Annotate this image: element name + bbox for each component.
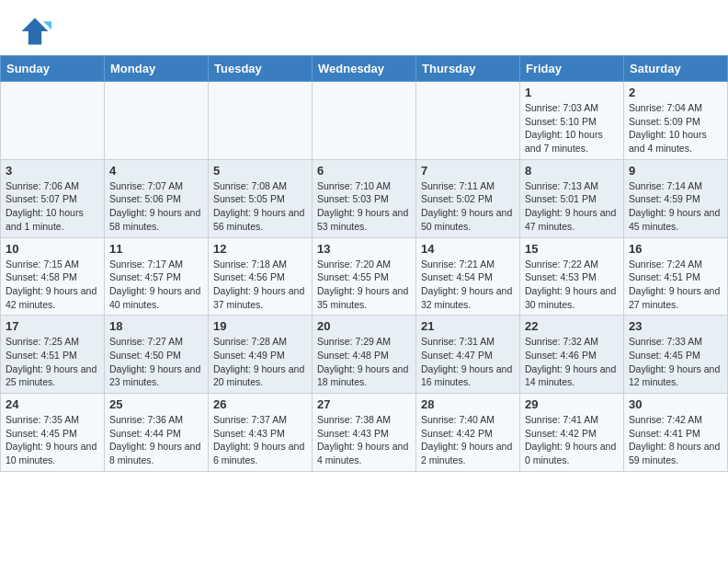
header-day-saturday: Saturday <box>624 56 728 82</box>
calendar-cell: 1Sunrise: 7:03 AM Sunset: 5:10 PM Daylig… <box>520 82 624 160</box>
day-number: 15 <box>525 242 619 256</box>
header-row: SundayMondayTuesdayWednesdayThursdayFrid… <box>1 56 728 82</box>
calendar-cell: 29Sunrise: 7:41 AM Sunset: 4:42 PM Dayli… <box>520 394 624 472</box>
header-day-sunday: Sunday <box>1 56 105 82</box>
page-header <box>0 0 728 55</box>
day-info: Sunrise: 7:38 AM Sunset: 4:43 PM Dayligh… <box>317 413 411 467</box>
calendar-cell: 11Sunrise: 7:17 AM Sunset: 4:57 PM Dayli… <box>105 237 209 316</box>
header-day-tuesday: Tuesday <box>209 56 313 82</box>
calendar-cell: 25Sunrise: 7:36 AM Sunset: 4:44 PM Dayli… <box>105 394 209 472</box>
week-row-2: 3Sunrise: 7:06 AM Sunset: 5:07 PM Daylig… <box>1 159 728 237</box>
day-info: Sunrise: 7:10 AM Sunset: 5:03 PM Dayligh… <box>317 179 411 234</box>
day-number: 24 <box>6 397 99 411</box>
day-info: Sunrise: 7:32 AM Sunset: 4:46 PM Dayligh… <box>525 335 619 389</box>
calendar-table: SundayMondayTuesdayWednesdayThursdayFrid… <box>0 55 728 472</box>
week-row-3: 10Sunrise: 7:15 AM Sunset: 4:58 PM Dayli… <box>1 237 728 316</box>
day-number: 17 <box>6 319 99 333</box>
calendar-cell: 17Sunrise: 7:25 AM Sunset: 4:51 PM Dayli… <box>1 316 105 394</box>
day-number: 25 <box>109 397 203 411</box>
day-number: 22 <box>525 319 619 333</box>
day-info: Sunrise: 7:28 AM Sunset: 4:49 PM Dayligh… <box>213 335 307 389</box>
calendar-cell: 5Sunrise: 7:08 AM Sunset: 5:05 PM Daylig… <box>209 159 313 237</box>
calendar-cell: 6Sunrise: 7:10 AM Sunset: 5:03 PM Daylig… <box>313 159 416 237</box>
day-number: 1 <box>525 86 619 99</box>
day-info: Sunrise: 7:14 AM Sunset: 4:59 PM Dayligh… <box>629 179 722 234</box>
day-number: 4 <box>109 164 203 178</box>
calendar-cell: 24Sunrise: 7:35 AM Sunset: 4:45 PM Dayli… <box>1 394 105 472</box>
day-info: Sunrise: 7:08 AM Sunset: 5:05 PM Dayligh… <box>213 179 307 234</box>
calendar-cell: 28Sunrise: 7:40 AM Sunset: 4:42 PM Dayli… <box>416 394 520 472</box>
day-number: 30 <box>629 397 722 411</box>
day-number: 29 <box>525 397 619 411</box>
calendar-cell: 18Sunrise: 7:27 AM Sunset: 4:50 PM Dayli… <box>105 316 209 394</box>
calendar-cell: 30Sunrise: 7:42 AM Sunset: 4:41 PM Dayli… <box>624 394 728 472</box>
calendar-cell: 15Sunrise: 7:22 AM Sunset: 4:53 PM Dayli… <box>520 237 624 316</box>
day-number: 6 <box>317 164 411 178</box>
week-row-5: 24Sunrise: 7:35 AM Sunset: 4:45 PM Dayli… <box>1 394 728 472</box>
day-info: Sunrise: 7:06 AM Sunset: 5:07 PM Dayligh… <box>6 179 99 234</box>
logo-icon <box>18 15 51 48</box>
day-number: 10 <box>6 242 99 256</box>
calendar-cell: 23Sunrise: 7:33 AM Sunset: 4:45 PM Dayli… <box>624 316 728 394</box>
day-info: Sunrise: 7:42 AM Sunset: 4:41 PM Dayligh… <box>629 413 722 467</box>
calendar-cell <box>416 82 520 160</box>
header-day-friday: Friday <box>520 56 624 82</box>
day-info: Sunrise: 7:20 AM Sunset: 4:55 PM Dayligh… <box>317 258 411 312</box>
day-info: Sunrise: 7:24 AM Sunset: 4:51 PM Dayligh… <box>629 258 722 312</box>
day-number: 21 <box>421 319 515 333</box>
calendar-cell <box>209 82 313 160</box>
day-info: Sunrise: 7:04 AM Sunset: 5:09 PM Dayligh… <box>629 101 722 155</box>
day-info: Sunrise: 7:13 AM Sunset: 5:01 PM Dayligh… <box>525 179 619 234</box>
day-info: Sunrise: 7:25 AM Sunset: 4:51 PM Dayligh… <box>6 335 99 389</box>
calendar-cell: 12Sunrise: 7:18 AM Sunset: 4:56 PM Dayli… <box>209 237 313 316</box>
day-number: 14 <box>421 242 515 256</box>
day-info: Sunrise: 7:15 AM Sunset: 4:58 PM Dayligh… <box>6 258 99 312</box>
day-info: Sunrise: 7:03 AM Sunset: 5:10 PM Dayligh… <box>525 101 619 155</box>
calendar-cell: 26Sunrise: 7:37 AM Sunset: 4:43 PM Dayli… <box>209 394 313 472</box>
calendar-cell: 2Sunrise: 7:04 AM Sunset: 5:09 PM Daylig… <box>624 82 728 160</box>
day-info: Sunrise: 7:37 AM Sunset: 4:43 PM Dayligh… <box>213 413 307 467</box>
calendar-cell: 7Sunrise: 7:11 AM Sunset: 5:02 PM Daylig… <box>416 159 520 237</box>
day-number: 18 <box>109 319 203 333</box>
header-day-monday: Monday <box>105 56 209 82</box>
calendar-cell: 10Sunrise: 7:15 AM Sunset: 4:58 PM Dayli… <box>1 237 105 316</box>
calendar-cell: 27Sunrise: 7:38 AM Sunset: 4:43 PM Dayli… <box>313 394 416 472</box>
header-day-thursday: Thursday <box>416 56 520 82</box>
calendar-cell: 4Sunrise: 7:07 AM Sunset: 5:06 PM Daylig… <box>105 159 209 237</box>
day-info: Sunrise: 7:22 AM Sunset: 4:53 PM Dayligh… <box>525 258 619 312</box>
day-info: Sunrise: 7:41 AM Sunset: 4:42 PM Dayligh… <box>525 413 619 467</box>
calendar-cell: 21Sunrise: 7:31 AM Sunset: 4:47 PM Dayli… <box>416 316 520 394</box>
day-info: Sunrise: 7:36 AM Sunset: 4:44 PM Dayligh… <box>109 413 203 467</box>
day-info: Sunrise: 7:11 AM Sunset: 5:02 PM Dayligh… <box>421 179 515 234</box>
day-number: 13 <box>317 242 411 256</box>
day-number: 20 <box>317 319 411 333</box>
day-info: Sunrise: 7:27 AM Sunset: 4:50 PM Dayligh… <box>109 335 203 389</box>
day-info: Sunrise: 7:07 AM Sunset: 5:06 PM Dayligh… <box>109 179 203 234</box>
calendar-cell: 14Sunrise: 7:21 AM Sunset: 4:54 PM Dayli… <box>416 237 520 316</box>
day-info: Sunrise: 7:33 AM Sunset: 4:45 PM Dayligh… <box>629 335 722 389</box>
day-number: 12 <box>213 242 307 256</box>
calendar-body: 1Sunrise: 7:03 AM Sunset: 5:10 PM Daylig… <box>1 82 728 472</box>
calendar-cell: 13Sunrise: 7:20 AM Sunset: 4:55 PM Dayli… <box>313 237 416 316</box>
day-info: Sunrise: 7:35 AM Sunset: 4:45 PM Dayligh… <box>6 413 99 467</box>
calendar-cell: 9Sunrise: 7:14 AM Sunset: 4:59 PM Daylig… <box>624 159 728 237</box>
day-number: 9 <box>629 164 722 178</box>
day-info: Sunrise: 7:18 AM Sunset: 4:56 PM Dayligh… <box>213 258 307 312</box>
day-number: 8 <box>525 164 619 178</box>
day-number: 19 <box>213 319 307 333</box>
week-row-4: 17Sunrise: 7:25 AM Sunset: 4:51 PM Dayli… <box>1 316 728 394</box>
day-number: 5 <box>213 164 307 178</box>
day-number: 27 <box>317 397 411 411</box>
day-number: 7 <box>421 164 515 178</box>
calendar-cell: 20Sunrise: 7:29 AM Sunset: 4:48 PM Dayli… <box>313 316 416 394</box>
week-row-1: 1Sunrise: 7:03 AM Sunset: 5:10 PM Daylig… <box>1 82 728 160</box>
day-info: Sunrise: 7:40 AM Sunset: 4:42 PM Dayligh… <box>421 413 515 467</box>
day-number: 23 <box>629 319 722 333</box>
calendar-cell: 19Sunrise: 7:28 AM Sunset: 4:49 PM Dayli… <box>209 316 313 394</box>
calendar-header: SundayMondayTuesdayWednesdayThursdayFrid… <box>1 56 728 82</box>
day-info: Sunrise: 7:31 AM Sunset: 4:47 PM Dayligh… <box>421 335 515 389</box>
day-info: Sunrise: 7:29 AM Sunset: 4:48 PM Dayligh… <box>317 335 411 389</box>
day-number: 16 <box>629 242 722 256</box>
logo <box>18 15 55 48</box>
day-number: 2 <box>629 86 722 99</box>
